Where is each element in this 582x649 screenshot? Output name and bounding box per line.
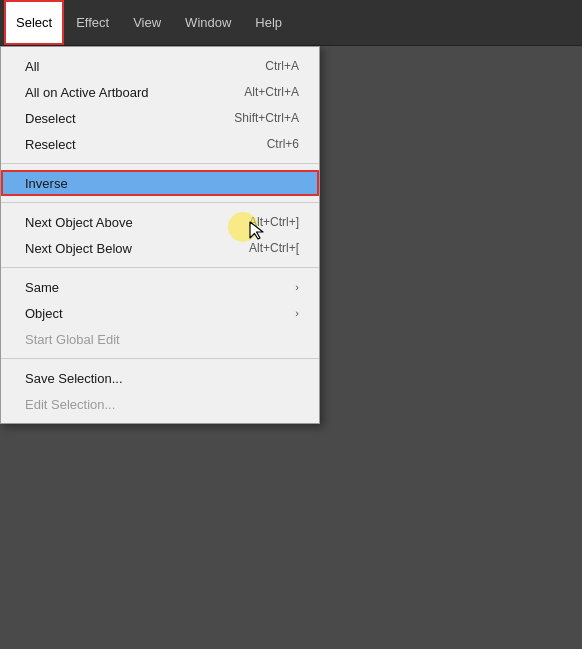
menu-item-inverse[interactable]: Inverse [1, 170, 319, 196]
menu-item-edit-selection: Edit Selection... [1, 391, 319, 417]
menu-item-all[interactable]: All Ctrl+A [1, 53, 319, 79]
menu-section-4: Same › Object › Start Global Edit [1, 268, 319, 359]
chevron-right-icon: › [295, 307, 299, 319]
menu-select[interactable]: Select [4, 0, 64, 45]
menu-section-1: All Ctrl+A All on Active Artboard Alt+Ct… [1, 47, 319, 164]
menu-section-3: Next Object Above Alt+Ctrl+] Next Object… [1, 203, 319, 268]
menu-section-2: Inverse [1, 164, 319, 203]
menubar: Select Effect View Window Help [0, 0, 582, 46]
menu-item-reselect[interactable]: Reselect Ctrl+6 [1, 131, 319, 157]
menu-item-next-below[interactable]: Next Object Below Alt+Ctrl+[ [1, 235, 319, 261]
select-dropdown: All Ctrl+A All on Active Artboard Alt+Ct… [0, 46, 320, 424]
menu-help[interactable]: Help [243, 0, 294, 45]
menu-view[interactable]: View [121, 0, 173, 45]
menu-effect[interactable]: Effect [64, 0, 121, 45]
menu-item-deselect[interactable]: Deselect Shift+Ctrl+A [1, 105, 319, 131]
menu-section-5: Save Selection... Edit Selection... [1, 359, 319, 423]
menu-item-all-active-artboard[interactable]: All on Active Artboard Alt+Ctrl+A [1, 79, 319, 105]
chevron-right-icon: › [295, 281, 299, 293]
menu-item-save-selection[interactable]: Save Selection... [1, 365, 319, 391]
menu-item-object[interactable]: Object › [1, 300, 319, 326]
menu-item-next-above[interactable]: Next Object Above Alt+Ctrl+] [1, 209, 319, 235]
menu-window[interactable]: Window [173, 0, 243, 45]
menu-item-start-global-edit: Start Global Edit [1, 326, 319, 352]
menu-item-same[interactable]: Same › [1, 274, 319, 300]
